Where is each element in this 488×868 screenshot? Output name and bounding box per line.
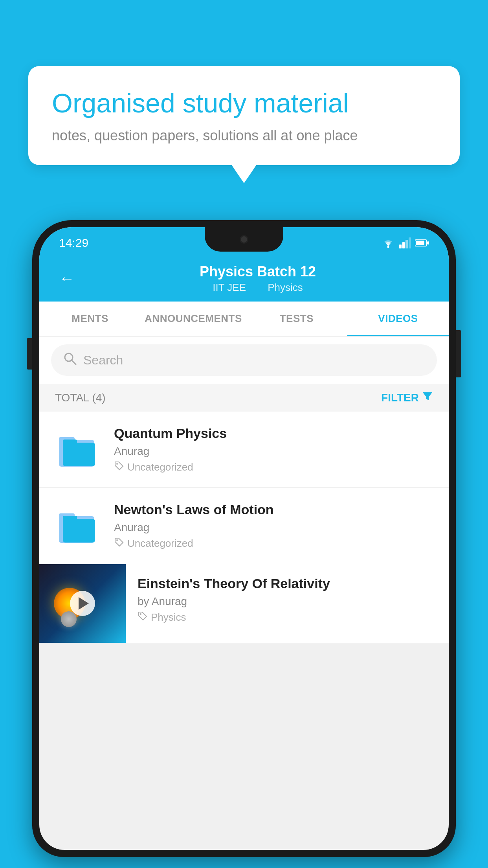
- svg-rect-4: [409, 237, 411, 248]
- filter-funnel-icon: [422, 391, 433, 405]
- camera-icon: [240, 235, 248, 244]
- filter-button[interactable]: FILTER: [381, 391, 433, 405]
- svg-rect-6: [416, 241, 424, 245]
- video-title: Einstein's Theory Of Relativity: [138, 576, 437, 591]
- video-category: Uncategorized: [114, 537, 433, 550]
- back-button[interactable]: ←: [59, 270, 75, 287]
- total-count: TOTAL (4): [55, 392, 106, 404]
- video-author: Anurag: [114, 521, 433, 534]
- video-category: Uncategorized: [114, 461, 433, 473]
- video-category-text: Physics: [151, 611, 186, 623]
- svg-rect-2: [402, 242, 405, 248]
- search-icon: [63, 351, 77, 369]
- app-header: ← Physics Batch 12 IIT JEE Physics: [39, 256, 449, 302]
- play-icon: [79, 597, 89, 610]
- tab-tests[interactable]: TESTS: [246, 302, 347, 336]
- svg-point-14: [116, 463, 118, 465]
- video-item-info: Einstein's Theory Of Relativity by Anura…: [126, 564, 449, 635]
- svg-rect-12: [63, 443, 95, 466]
- folder-thumbnail: [55, 426, 102, 473]
- speech-bubble-subtitle: notes, question papers, solutions all at…: [52, 127, 436, 144]
- folder-icon: [57, 506, 100, 546]
- status-time: 14:29: [59, 236, 88, 250]
- header-subtitle-part1: IIT JEE: [213, 281, 246, 293]
- tag-icon: [138, 611, 148, 623]
- video-title: Newton's Laws of Motion: [114, 502, 433, 517]
- svg-line-9: [72, 360, 76, 364]
- svg-point-19: [116, 539, 118, 541]
- phone-inner: 14:29: [39, 227, 449, 850]
- tag-icon: [114, 537, 124, 550]
- video-title: Quantum Physics: [114, 426, 433, 441]
- header-main-title: Physics Batch 12: [86, 263, 429, 280]
- search-bar[interactable]: Search: [51, 344, 437, 376]
- speech-bubble-card: Organised study material notes, question…: [28, 66, 460, 165]
- video-list: Quantum Physics Anurag Uncategorized: [39, 412, 449, 643]
- svg-rect-3: [405, 240, 408, 248]
- battery-icon: [415, 239, 429, 247]
- svg-rect-18: [63, 516, 77, 522]
- list-item[interactable]: Einstein's Theory Of Relativity by Anura…: [39, 564, 449, 643]
- svg-point-0: [387, 246, 389, 248]
- video-thumbnail: [39, 564, 126, 643]
- video-category-text: Uncategorized: [127, 461, 193, 473]
- list-item[interactable]: Quantum Physics Anurag Uncategorized: [39, 412, 449, 488]
- phone-mockup: 14:29: [32, 220, 456, 868]
- search-input[interactable]: Search: [83, 353, 123, 368]
- list-item[interactable]: Newton's Laws of Motion Anurag Uncategor…: [39, 488, 449, 564]
- video-category-text: Uncategorized: [127, 537, 193, 550]
- video-item-info: Quantum Physics Anurag Uncategorized: [114, 426, 433, 473]
- video-author: Anurag: [114, 445, 433, 458]
- filter-label: FILTER: [381, 392, 419, 404]
- tabs-bar: MENTS ANNOUNCEMENTS TESTS VIDEOS: [39, 302, 449, 337]
- video-item-info: Newton's Laws of Motion Anurag Uncategor…: [114, 502, 433, 550]
- folder-thumbnail: [55, 502, 102, 550]
- tab-ments[interactable]: MENTS: [39, 302, 141, 336]
- phone-notch: [205, 227, 283, 252]
- wifi-icon: [381, 237, 395, 248]
- folder-icon: [57, 430, 100, 469]
- header-subtitle: IIT JEE Physics: [86, 281, 429, 294]
- svg-rect-17: [63, 519, 95, 542]
- header-title-group: Physics Batch 12 IIT JEE Physics: [86, 263, 429, 294]
- play-button[interactable]: [70, 591, 95, 616]
- speech-bubble-title: Organised study material: [52, 87, 436, 120]
- video-author: by Anurag: [138, 595, 437, 608]
- phone-outer: 14:29: [32, 220, 456, 857]
- status-icons: [381, 237, 429, 248]
- video-category: Physics: [138, 611, 437, 623]
- tab-videos[interactable]: VIDEOS: [347, 302, 449, 336]
- tag-icon: [114, 461, 124, 473]
- svg-rect-1: [399, 245, 402, 248]
- filter-bar: TOTAL (4) FILTER: [39, 384, 449, 412]
- svg-rect-13: [63, 440, 77, 445]
- signal-icon: [399, 237, 411, 248]
- svg-rect-7: [427, 241, 429, 245]
- search-container: Search: [39, 337, 449, 384]
- header-subtitle-part2: Physics: [268, 281, 303, 293]
- svg-point-20: [140, 613, 141, 615]
- tab-announcements[interactable]: ANNOUNCEMENTS: [141, 302, 246, 336]
